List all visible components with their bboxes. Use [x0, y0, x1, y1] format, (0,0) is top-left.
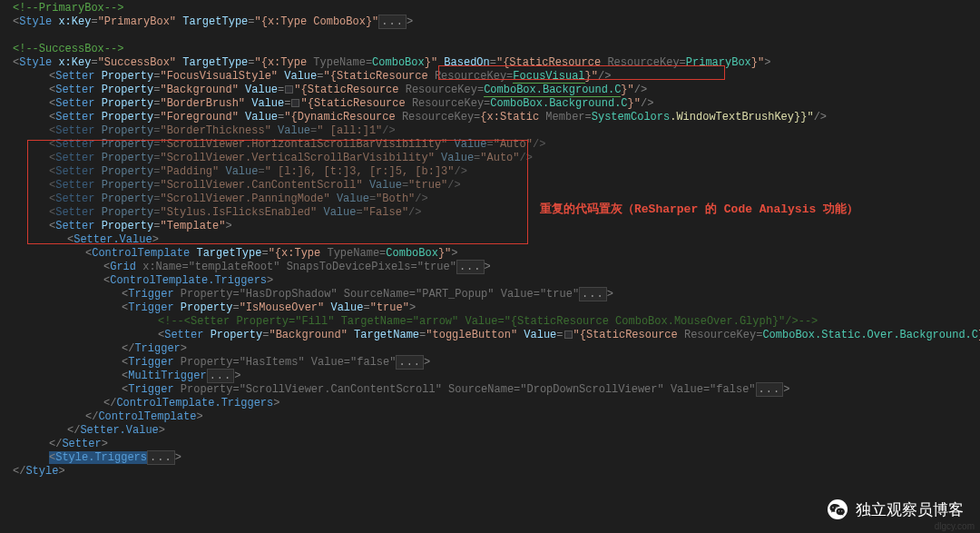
collapsed-line[interactable]: <Trigger Property="HasItems" Value="fals… — [4, 356, 980, 370]
dim-line: <Setter Property="ScrollViewer.VerticalS… — [4, 152, 980, 165]
dim-line: <Setter Property="ScrollViewer.Horizonta… — [4, 138, 980, 152]
line: <Setter Property="FocusVisualStyle" Valu… — [4, 70, 980, 84]
collapsed-line[interactable]: <Trigger Property="HasDropShadow" Source… — [4, 288, 980, 301]
line: </Trigger> — [4, 342, 980, 356]
line: </Setter> — [4, 438, 980, 451]
dim-line: <Setter Property="BorderThickness" Value… — [4, 124, 980, 138]
line: <Setter Property="Foreground" Value="{Dy… — [4, 111, 980, 124]
annotation-text: 重复的代码置灰（ReSharper 的 Code Analysis 功能） — [540, 201, 858, 217]
color-swatch — [291, 99, 299, 107]
dim-line: <Setter Property="Padding" Value=" [l:]6… — [4, 165, 980, 179]
color-swatch — [285, 85, 293, 94]
line: </ControlTemplate.Triggers> — [4, 397, 980, 410]
comment: <!--<Setter Property="Fill" TargetName="… — [158, 315, 818, 328]
collapsed-line[interactable]: <Style.Triggers...> — [4, 451, 980, 465]
code-editor[interactable]: <!--PrimaryBox--> <Style x:Key="PrimaryB… — [0, 0, 980, 479]
line: <Style x:Key="SuccessBox" TargetType="{x… — [4, 56, 980, 70]
line: <Setter Property="Background" Value="{St… — [4, 84, 980, 97]
line: </ControlTemplate> — [4, 410, 980, 424]
line: <Setter.Value> — [4, 233, 980, 247]
dim-line: <Setter Property="ScrollViewer.CanConten… — [4, 179, 980, 192]
comment: <!--SuccessBox--> — [13, 43, 123, 55]
color-swatch — [564, 331, 573, 339]
line: <Style x:Key="PrimaryBox" TargetType="{x… — [4, 15, 980, 29]
comment: <!--PrimaryBox--> — [13, 2, 123, 15]
wechat-icon — [827, 498, 848, 520]
line: <ControlTemplate.Triggers> — [4, 274, 980, 288]
line: </Setter.Value> — [4, 424, 980, 438]
line: </Style> — [4, 465, 980, 479]
collapsed-line[interactable]: <Grid x:Name="templateRoot" SnapsToDevic… — [4, 261, 980, 274]
line: <Setter Property="BorderBrush" Value="{S… — [4, 97, 980, 111]
collapsed-line[interactable]: <MultiTrigger...> — [4, 370, 980, 383]
collapsed-line[interactable]: <Trigger Property="ScrollViewer.CanConte… — [4, 383, 980, 397]
line: <Trigger Property="IsMouseOver" Value="t… — [4, 301, 980, 315]
line: <ControlTemplate TargetType="{x:Type Typ… — [4, 247, 980, 261]
watermark-url: dlgcy.com — [935, 521, 975, 531]
line: <Setter Property="Template"> — [4, 220, 980, 233]
line: <Setter Property="Background" TargetName… — [4, 329, 980, 342]
watermark: 独立观察员博客 — [827, 498, 964, 520]
